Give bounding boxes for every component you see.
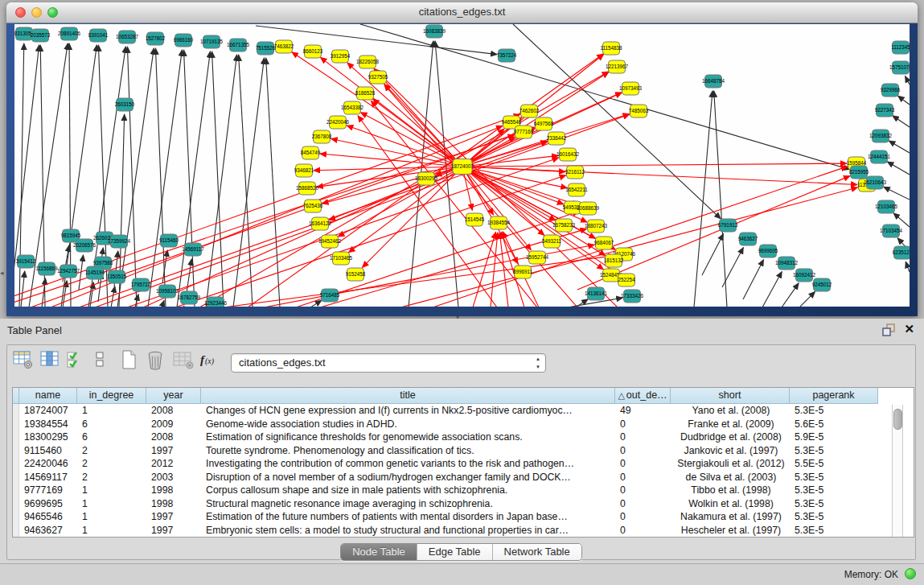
graph-node[interactable]: 16758233 bbox=[552, 219, 576, 232]
graph-node[interactable]: 9777169 bbox=[514, 126, 534, 138]
graph-node[interactable]: 16016432 bbox=[556, 148, 580, 161]
graph-node[interactable]: 10973493 bbox=[619, 82, 643, 95]
edge[interactable] bbox=[898, 96, 910, 105]
graph-node[interactable]: 11156869 bbox=[35, 262, 58, 275]
table-settings-icon[interactable] bbox=[12, 348, 36, 374]
table-row[interactable]: 1456911722003Disruption of a novel membe… bbox=[13, 471, 914, 484]
graph-node[interactable]: 252254 bbox=[618, 274, 635, 286]
graph-node[interactable]: 18807243 bbox=[585, 220, 608, 233]
scrollbar-thumb[interactable] bbox=[893, 409, 902, 430]
edge[interactable] bbox=[183, 306, 184, 307]
graph-node[interactable]: 16210643 bbox=[864, 176, 887, 189]
edge[interactable] bbox=[799, 291, 815, 307]
edge[interactable] bbox=[906, 262, 910, 272]
graph-node[interactable]: 10688639 bbox=[577, 202, 600, 215]
graph-node[interactable]: 8454749 bbox=[301, 146, 321, 159]
graph-node[interactable]: 17103465 bbox=[330, 252, 353, 265]
edge[interactable] bbox=[155, 48, 166, 307]
graph-node[interactable]: 16648784 bbox=[702, 75, 725, 88]
edge[interactable] bbox=[400, 187, 857, 307]
graph-node[interactable]: 7462602 bbox=[519, 105, 540, 117]
edge[interactable] bbox=[694, 91, 713, 307]
select-rows-check-icon[interactable] bbox=[65, 348, 89, 374]
graph-node[interactable]: 15868520 bbox=[296, 182, 319, 195]
table-row[interactable]: 969969511998Structural magnetic resonanc… bbox=[13, 497, 914, 511]
citation-network-graph[interactable]: 7463822866012339129541822605893275058186… bbox=[14, 24, 910, 307]
window-titlebar[interactable]: citations_edges.txt bbox=[6, 2, 918, 23]
graph-node[interactable]: 9699695 bbox=[758, 245, 778, 257]
row-height-icon[interactable] bbox=[92, 348, 116, 374]
column-header-out_de…[interactable]: △out_de… bbox=[615, 388, 671, 404]
graph-node[interactable]: 12213967 bbox=[606, 60, 629, 73]
graph-node[interactable]: 9346821 bbox=[294, 164, 314, 177]
graph-node[interactable]: 20891406 bbox=[58, 27, 81, 40]
edge[interactable] bbox=[162, 300, 164, 307]
graph-node[interactable]: 11154838 bbox=[600, 42, 622, 55]
edge[interactable] bbox=[743, 260, 763, 299]
graph-node[interactable]: 18226058 bbox=[356, 56, 380, 68]
graph-node[interactable]: 9152458 bbox=[346, 268, 366, 281]
graph-node[interactable]: 3216112 bbox=[565, 166, 585, 179]
function-icon[interactable]: f(x) bbox=[198, 348, 222, 374]
graph-node[interactable]: 12444151 bbox=[868, 150, 891, 163]
graph-node[interactable]: 2035573 bbox=[31, 29, 51, 42]
new-document-icon[interactable] bbox=[118, 348, 142, 374]
graph-node[interactable]: 7515526 bbox=[256, 42, 276, 55]
graph-node[interactable]: 6497568 bbox=[534, 117, 554, 130]
graph-node[interactable]: 19384554 bbox=[487, 216, 511, 229]
graph-node[interactable]: 14136141 bbox=[585, 287, 608, 300]
graph-node[interactable]: 3912954 bbox=[331, 50, 351, 63]
graph-node[interactable]: 8186528 bbox=[355, 87, 376, 100]
graph-node[interactable]: 3915412 bbox=[16, 255, 36, 268]
collapse-left-panel-icon[interactable]: ◂ bbox=[0, 269, 4, 277]
edge[interactable] bbox=[782, 283, 799, 307]
edge[interactable] bbox=[462, 163, 847, 167]
network-canvas[interactable]: 7463822866012339129541822605893275058186… bbox=[14, 24, 910, 307]
column-header-pagerank[interactable]: pagerank bbox=[790, 388, 878, 404]
table-row[interactable]: 911546021997Tourette syndrome. Phenomeno… bbox=[13, 444, 914, 458]
edge[interactable] bbox=[21, 271, 25, 307]
table-row[interactable]: 2242004622012Investigating the contribut… bbox=[13, 457, 914, 471]
table-row[interactable]: 1830029562008Estimation of significance … bbox=[13, 431, 914, 444]
graph-node[interactable]: 10719135 bbox=[200, 35, 224, 48]
tab-edge-table[interactable]: Edge Table bbox=[417, 544, 493, 560]
graph-node[interactable]: 1514545 bbox=[465, 213, 485, 226]
edge[interactable] bbox=[338, 167, 462, 237]
edge[interactable] bbox=[111, 286, 115, 307]
table-row[interactable]: 1938455462009Genome-wide association stu… bbox=[13, 418, 914, 431]
graph-node[interactable]: 19452462 bbox=[318, 235, 342, 248]
edge[interactable] bbox=[722, 248, 743, 287]
graph-node[interactable]: 1112345 bbox=[891, 41, 910, 54]
graph-node[interactable]: 7485063 bbox=[629, 105, 649, 117]
graph-node[interactable]: 16782759 bbox=[178, 291, 201, 304]
graph-node[interactable]: 10653287 bbox=[116, 31, 139, 43]
graph-node[interactable]: 9327505 bbox=[368, 71, 388, 84]
graph-node[interactable]: 6235123 bbox=[893, 246, 910, 259]
edge[interactable] bbox=[224, 256, 614, 307]
table-vertical-scrollbar[interactable] bbox=[892, 405, 903, 537]
graph-node[interactable]: 16364122 bbox=[309, 217, 332, 230]
graph-node[interactable]: 9329966 bbox=[881, 84, 901, 97]
table-row[interactable]: 1872400712008Changes of HCN gene express… bbox=[13, 404, 914, 418]
table-disabled-icon[interactable] bbox=[171, 348, 195, 374]
edge[interactable] bbox=[266, 58, 280, 307]
graph-node[interactable]: 12103465 bbox=[875, 200, 898, 213]
edge[interactable] bbox=[384, 84, 462, 167]
graph-node[interactable]: 16092412 bbox=[793, 269, 816, 282]
graph-node[interactable]: 6791913 bbox=[718, 219, 738, 232]
float-panel-icon[interactable] bbox=[882, 323, 895, 336]
hub-node[interactable]: 18724007 bbox=[451, 159, 474, 175]
table-column-icon[interactable] bbox=[39, 348, 63, 374]
edge[interactable] bbox=[127, 47, 137, 307]
graph-node[interactable]: 15751074 bbox=[889, 61, 910, 74]
edge[interactable] bbox=[239, 55, 253, 307]
graph-node[interactable]: 12093832 bbox=[869, 130, 893, 142]
edge[interactable] bbox=[893, 116, 910, 127]
node-table[interactable]: namein_degreeyeartitle△out_de…shortpager… bbox=[12, 387, 914, 538]
graph-node[interactable]: 7463822 bbox=[274, 40, 294, 53]
edge[interactable] bbox=[887, 162, 910, 175]
trash-icon[interactable] bbox=[145, 348, 169, 374]
graph-node[interactable]: 5493211 bbox=[542, 235, 562, 248]
graph-node[interactable]: 9684067 bbox=[594, 237, 614, 249]
edge[interactable] bbox=[762, 272, 782, 307]
